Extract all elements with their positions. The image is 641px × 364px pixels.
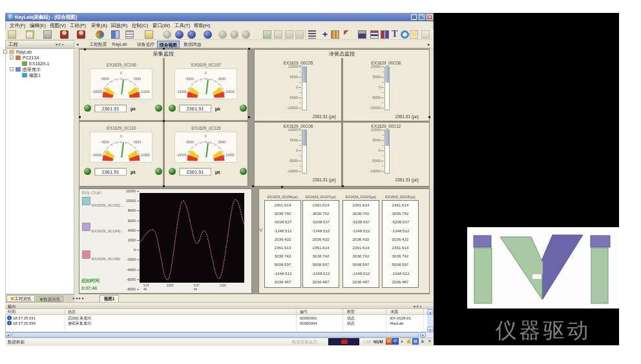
svg-text:10000: 10000 [141, 153, 150, 157]
svg-text:10000: 10000 [226, 90, 235, 94]
svg-text:10000: 10000 [141, 90, 150, 94]
svg-text:0: 0 [120, 134, 122, 138]
svg-text:5000: 5000 [218, 77, 226, 81]
svg-text:-5000: -5000 [185, 140, 194, 144]
svg-text:5000: 5000 [218, 140, 226, 144]
svg-text:0: 0 [205, 71, 207, 75]
svg-text:-10000: -10000 [176, 153, 187, 157]
svg-text:-5000: -5000 [185, 77, 194, 81]
svg-text:0: 0 [120, 71, 122, 75]
svg-text:-5000: -5000 [101, 77, 109, 81]
svg-text:10000: 10000 [226, 153, 235, 157]
svg-text:5000: 5000 [134, 77, 141, 81]
svg-text:-10000: -10000 [176, 90, 187, 94]
svg-text:-5000: -5000 [101, 140, 109, 144]
svg-text:5000: 5000 [134, 140, 141, 144]
svg-text:-10000: -10000 [92, 90, 102, 94]
svg-text:-10000: -10000 [92, 153, 102, 157]
svg-text:0: 0 [205, 134, 207, 138]
